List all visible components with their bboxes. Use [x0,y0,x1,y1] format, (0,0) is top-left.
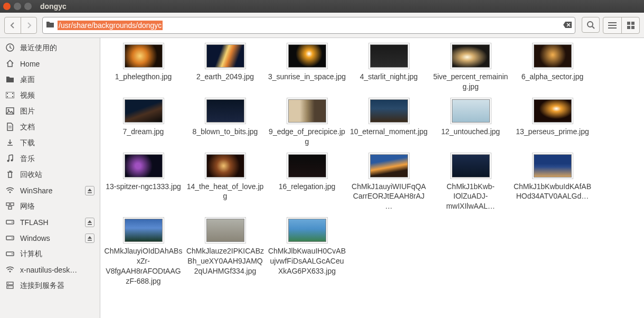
file-item[interactable]: 16_relegation.jpg [266,152,348,212]
svg-rect-3 [608,27,617,29]
file-name: 4_starlit_night.jpg [360,72,418,82]
file-item[interactable]: ChMkJ1auyiWIUFqQACarrEORJtEAAH8rAJ… [348,152,430,212]
file-area[interactable]: 1_phelegthon.jpg2_earth_2049.jpg3_sunris… [100,38,644,318]
nav-buttons [4,17,37,34]
sidebar-item[interactable]: 网络 [0,199,100,214]
file-item[interactable]: ChMkJlauze2IPKICABzBh_ueXY0AAH9JAMQ2qUAH… [184,217,266,286]
file-name: 9_edge_of_precipice.jpg [268,127,346,147]
file-item[interactable]: 1_phelegthon.jpg [102,42,184,92]
sidebar-item[interactable]: 视频 [0,88,100,104]
file-name: 10_eternal_moment.jpg [350,127,428,137]
svg-rect-4 [627,22,630,25]
file-item[interactable]: 2_earth_2049.jpg [184,42,266,92]
file-thumbnail [206,154,244,177]
clock-icon [5,43,15,53]
sidebar-item-label: Home [20,60,94,68]
svg-point-28 [10,271,11,273]
svg-point-16 [7,160,10,162]
maximize-icon[interactable] [24,3,32,10]
sidebar-item[interactable]: 桌面 [0,72,100,88]
file-item[interactable]: 12_untouched.jpg [430,97,512,147]
sidebar-item[interactable]: x-nautilus-desk… [0,262,100,278]
file-item[interactable]: 8_blown_to_bits.jpg [184,97,266,147]
svg-rect-13 [12,96,13,97]
sidebar-item-label: 下载 [20,138,94,148]
svg-rect-9 [6,92,14,98]
file-item[interactable]: 9_edge_of_precipice.jpg [266,97,348,147]
file-item[interactable]: 3_sunrise_in_space.jpg [266,42,348,92]
sidebar-item[interactable]: 下载 [0,135,100,151]
sidebar-item[interactable]: WinShare [0,183,100,199]
file-thumbnail [206,44,244,68]
close-icon[interactable] [3,3,11,10]
file-item[interactable]: ChMkJlbKwauIH0CvABujvwfFiDsAALGcACeuXkAG… [266,217,348,286]
sidebar-item-label: 图片 [20,107,94,116]
file-thumbnail [452,99,490,123]
file-name: 7_dream.jpg [123,127,164,137]
grid-view-button[interactable] [621,17,639,33]
svg-point-18 [10,192,11,193]
location-bar[interactable]: /usr/share/backgrounds/dongyc [42,17,575,34]
sidebar-item[interactable]: 音乐 [0,151,100,167]
forward-button[interactable] [21,17,36,33]
sidebar-item[interactable]: 计算机 [0,246,100,262]
file-item[interactable]: 6_alpha_sector.jpg [512,42,593,92]
sidebar-item[interactable]: 回收站 [0,167,100,183]
svg-rect-20 [11,203,14,205]
file-name: 14_the_heat_of_love.jpg [186,182,264,202]
clear-icon[interactable] [563,21,572,30]
file-name: 6_alpha_sector.jpg [522,72,584,82]
wifi-icon [5,186,15,195]
sidebar-item[interactable]: 最近使用的 [0,40,100,56]
file-thumbnail [288,44,326,68]
sidebar-item[interactable]: 文档 [0,119,100,135]
svg-rect-5 [631,22,634,25]
sidebar-item[interactable]: 连接到服务器 [0,278,100,294]
sidebar-item[interactable]: Home [0,56,100,72]
file-thumbnail [534,44,572,68]
file-item[interactable]: 13-spitzer-ngc1333.jpg [102,152,184,212]
file-name: 3_sunrise_in_space.jpg [268,72,346,82]
folder-icon [5,76,15,85]
eject-icon[interactable] [85,186,94,195]
back-button[interactable] [5,17,21,33]
file-name: 13_perseus_prime.jpg [516,127,589,137]
svg-rect-2 [608,25,617,26]
file-thumbnail [125,219,163,242]
eject-icon[interactable] [85,233,94,243]
file-item[interactable]: 5ive_percent_remaining.jpg [430,42,512,92]
file-item[interactable]: 7_dream.jpg [102,97,184,147]
drive-icon [5,234,15,242]
sidebar-item[interactable]: 图片 [0,104,100,119]
file-thumbnail [452,44,490,68]
file-name: ChMkJlbKwauIH0CvABujvwfFiDsAALGcACeuXkAG… [268,246,346,276]
minimize-icon[interactable] [14,3,21,10]
file-item[interactable]: 4_starlit_night.jpg [348,42,430,92]
list-view-button[interactable] [603,17,621,33]
sidebar-item-label: 网络 [20,202,94,211]
file-item[interactable]: ChMkJlauyiOIdDAhABsxZr-V8fgAAH8rAFODtAAG… [102,217,184,286]
sidebar-item-label: 回收站 [20,170,94,180]
file-thumbnail [125,44,163,68]
file-item[interactable]: 14_the_heat_of_love.jpg [184,152,266,212]
file-item[interactable]: 13_perseus_prime.jpg [512,97,593,147]
sidebar-item[interactable]: Windows [0,230,100,246]
window-title: dongyc [40,2,67,11]
file-thumbnail [370,99,408,123]
eject-icon[interactable] [85,218,94,227]
file-thumbnail [206,99,244,123]
svg-point-31 [8,283,9,284]
file-item[interactable]: ChMkJ1bKwbuIdKAfABHOd34ATV0AALGd… [512,152,593,212]
file-name: 12_untouched.jpg [441,127,500,137]
file-thumbnail [288,99,326,123]
file-thumbnail [288,154,326,177]
file-item[interactable]: 10_eternal_moment.jpg [348,97,430,147]
file-name: ChMkJlauze2IPKICABzBh_ueXY0AAH9JAMQ2qUAH… [186,246,264,276]
search-button[interactable] [582,17,600,33]
sidebar-item-label: 最近使用的 [20,43,94,53]
file-item[interactable]: ChMkJ1bKwb-IOlZuADJ-mwIXIlwAAL… [430,152,512,212]
file-thumbnail [206,219,244,242]
sidebar-item[interactable]: TFLASH [0,214,100,230]
server-icon [5,282,15,291]
svg-rect-1 [608,22,617,23]
